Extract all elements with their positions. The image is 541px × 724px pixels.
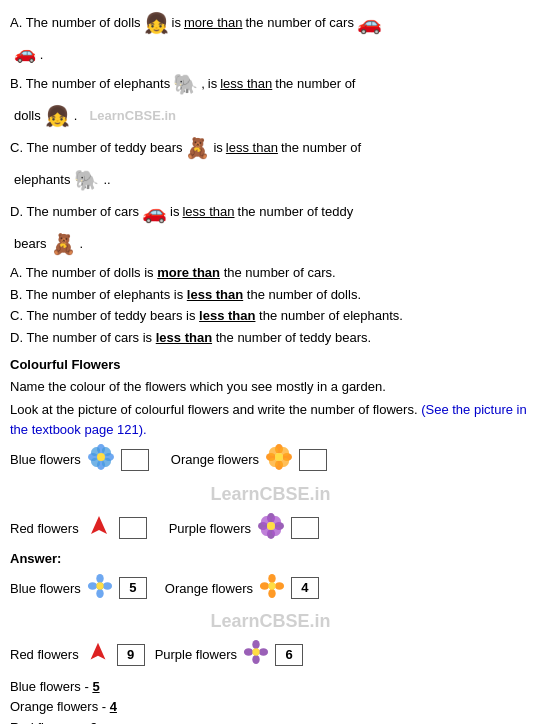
answer-flower-row-1: Blue flowers 5 Orange flowers 4	[10, 573, 531, 605]
ans-d-bold: less than	[156, 330, 212, 345]
svg-point-34	[96, 582, 103, 589]
dot-b: .	[74, 106, 78, 126]
answer-blue-flower-icon	[87, 573, 113, 605]
svg-marker-40	[90, 643, 105, 660]
watermark-inline-b: LearnCBSE.in	[89, 106, 176, 126]
answer-blue-count-box: 5	[119, 577, 147, 599]
ans-a-bold: more than	[157, 265, 220, 280]
ans-b-bold: less than	[187, 287, 243, 302]
svg-point-32	[88, 582, 97, 589]
ans-c-end: the number of elephants.	[259, 308, 403, 323]
flowers-instruction-line: Look at the picture of colourful flowers…	[10, 400, 531, 439]
svg-point-31	[96, 588, 103, 597]
svg-point-44	[259, 648, 268, 655]
purple-flower-icon	[257, 512, 285, 546]
flower-row-2: Red flowers Purple flowers	[10, 512, 531, 546]
line-d-rest: the number of teddy	[238, 202, 354, 222]
answer-purple-flower-icon	[243, 639, 269, 671]
line-a-rest: the number of cars	[246, 13, 354, 33]
line-c-is: is	[213, 138, 222, 158]
line-a-is: is	[172, 13, 181, 33]
answer-line-a: A. The number of dolls is more than the …	[10, 263, 531, 283]
summary-orange-text: Orange flowers -	[10, 699, 110, 714]
red-flowers-label: Red flowers	[10, 519, 79, 539]
line-d-is: is	[170, 202, 179, 222]
answer-line-d: D. The number of cars is less than the n…	[10, 328, 531, 348]
line-b-text: B. The number of elephants	[10, 74, 170, 94]
blue-flowers-label: Blue flowers	[10, 450, 81, 470]
svg-point-9	[97, 453, 105, 461]
flowers-instruction: Look at the picture of colourful flowers…	[10, 402, 418, 417]
doll-icon: 👧	[144, 8, 169, 38]
comparison-section: A. The number of dolls 👧 is more than th…	[10, 8, 531, 259]
answer-line-c: C. The number of teddy bears is less tha…	[10, 306, 531, 326]
car-icon-d: 🚗	[142, 197, 167, 227]
bear-icon-d: 🧸	[51, 229, 76, 259]
dot-a: .	[40, 47, 44, 62]
summary-orange: Orange flowers - 4	[10, 697, 531, 717]
summary-blue: Blue flowers - 5	[10, 677, 531, 697]
answer-flower-row-2: Red flowers 9 Purple flowers 6	[10, 639, 531, 671]
svg-marker-19	[91, 516, 107, 534]
line-c-rest: the number of	[281, 138, 361, 158]
svg-point-30	[96, 573, 103, 582]
summary-blue-num: 5	[92, 679, 99, 694]
line-b-rest: the number of	[275, 74, 355, 94]
line-c: C. The number of teddy bears 🧸 is less t…	[10, 133, 531, 163]
svg-point-38	[275, 582, 284, 589]
ans-b-end: the number of dolls.	[247, 287, 361, 302]
svg-point-45	[252, 648, 259, 655]
purple-flowers-label: Purple flowers	[169, 519, 251, 539]
svg-point-28	[267, 522, 275, 530]
line-d: D. The number of cars 🚗 is less than the…	[10, 197, 531, 227]
line-b-is: is	[208, 74, 217, 94]
elephant-icon-b: 🐘	[173, 69, 198, 99]
line-c-compare: less than	[226, 138, 278, 158]
blue-flower-icon	[87, 443, 115, 477]
red-flower-icon	[85, 512, 113, 546]
answer-purple-label: Purple flowers	[155, 645, 237, 665]
flower-row-1: Blue flowers Orange flowers	[10, 443, 531, 477]
purple-flower-input-box[interactable]	[291, 517, 319, 539]
watermark-1: LearnCBSE.in	[10, 481, 531, 508]
summary-orange-num: 4	[110, 699, 117, 714]
svg-point-42	[252, 655, 259, 664]
comma-b: ,	[201, 74, 205, 94]
flowers-desc: Name the colour of the flowers which you…	[10, 377, 531, 397]
line-b: B. The number of elephants 🐘 , is less t…	[10, 69, 531, 99]
line-d-rest2: bears	[14, 234, 47, 254]
ans-c-bold: less than	[199, 308, 255, 323]
line-a: A. The number of dolls 👧 is more than th…	[10, 8, 531, 38]
answer-orange-count-box: 4	[291, 577, 319, 599]
svg-point-35	[268, 573, 275, 582]
car-icon-a2: 🚗	[14, 43, 36, 63]
line-a-compare: more than	[184, 13, 243, 33]
orange-flower-input-box[interactable]	[299, 449, 327, 471]
elephant-icon-c: 🐘	[74, 165, 99, 195]
dot-d: .	[80, 234, 84, 254]
red-flower-input-box[interactable]	[119, 517, 147, 539]
ans-a-end: the number of cars.	[224, 265, 336, 280]
ans-d-end: the number of teddy bears.	[216, 330, 371, 345]
answer-orange-label: Orange flowers	[165, 579, 253, 599]
orange-flower-icon	[265, 443, 293, 477]
bear-icon-c: 🧸	[185, 133, 210, 163]
summary-red-num: 9	[90, 720, 97, 725]
svg-point-43	[244, 648, 253, 655]
answer-red-flower-icon	[85, 639, 111, 671]
answer-line-b: B. The number of elephants is less than …	[10, 285, 531, 305]
line-c-rest2: elephants	[14, 170, 70, 190]
answer-blue-label: Blue flowers	[10, 579, 81, 599]
orange-flowers-label: Orange flowers	[171, 450, 259, 470]
answer-red-count-box: 9	[117, 644, 145, 666]
answer-purple-count-box: 6	[275, 644, 303, 666]
answer-red-label: Red flowers	[10, 645, 79, 665]
blue-flower-input-box[interactable]	[121, 449, 149, 471]
line-c-text: C. The number of teddy bears	[10, 138, 182, 158]
summary-section: Blue flowers - 5 Orange flowers - 4 Red …	[10, 677, 531, 725]
summary-red-text: Red flowers -	[10, 720, 90, 725]
svg-point-39	[268, 582, 275, 589]
line-b-compare: less than	[220, 74, 272, 94]
dotdot-c: ..	[103, 170, 110, 190]
svg-point-37	[260, 582, 269, 589]
